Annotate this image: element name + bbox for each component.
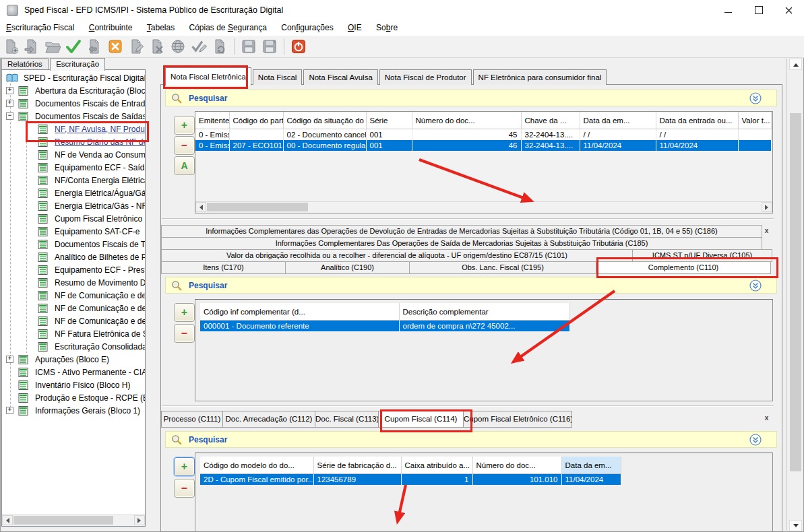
tab-cupom-fiscal-eletr-nico-c116[interactable]: Cupom Fiscal Eletrônico (C116) bbox=[463, 411, 572, 428]
tab-complemento-c110[interactable]: Complemento (C110) bbox=[596, 261, 771, 274]
column-header-descri-o-complementar[interactable]: Descrição complementar bbox=[399, 303, 569, 321]
tab-informa-es-complementares-das-opera-es-d[interactable]: Informações Complementares das Operações… bbox=[161, 225, 762, 238]
toolbar-edit-document-button[interactable] bbox=[127, 38, 145, 55]
toolbar-new-document-button[interactable] bbox=[2, 38, 20, 55]
tree-item-cupom-fiscal-eletr-nico-sa[interactable]: Cupom Fiscal Eletrônico - SA bbox=[2, 212, 145, 225]
sidebar-tab-relatorios[interactable]: Relatórios bbox=[1, 58, 49, 69]
column-header-data-da-em[interactable]: Data da em... bbox=[580, 112, 656, 129]
tree-item-nf-de-comunica-o-e-de-tel[interactable]: NF de Comunicação e de Tel bbox=[2, 302, 145, 314]
tree-item-energia-el-trica-g-s-nf-em[interactable]: Energia Elétrica/Gás - NF em bbox=[2, 199, 145, 212]
tab-itens-c170[interactable]: Itens (C170) bbox=[161, 261, 286, 274]
tree-item-equipamento-ecf-presta[interactable]: Equipamento ECF - Prestaçã bbox=[2, 263, 145, 276]
menu-item-sobre[interactable]: Sobre bbox=[370, 20, 404, 36]
tab-nota-fiscal-avulsa[interactable]: Nota Fiscal Avulsa bbox=[303, 69, 377, 85]
remove-row-button[interactable]: – bbox=[174, 324, 195, 343]
tree-item-documentos-fiscais-de-trans[interactable]: Documentos Fiscais de Trans bbox=[2, 238, 145, 251]
toolbar-delete-document-button[interactable] bbox=[148, 38, 166, 55]
tab-informa-es-complementares-das-opera-es-d[interactable]: Informações Complementares Das Operações… bbox=[161, 237, 762, 250]
tree-item-documentos-fiscais-de-sa-das-p[interactable]: −Documentos Fiscais de Saídas/P bbox=[2, 110, 145, 123]
scroll-left-button[interactable] bbox=[195, 202, 206, 212]
scrollbar-thumb[interactable] bbox=[790, 113, 801, 471]
tree-item-nf-de-comunica-o-e-de-tel[interactable]: NF de Comunicação e de Tel bbox=[2, 289, 145, 302]
panel-close-button[interactable]: x bbox=[762, 413, 772, 423]
menu-item-copias-de-seguranca[interactable]: Cópias de Segurança bbox=[183, 20, 273, 36]
table-row[interactable]: 0 - Emissão ...02 - Documento cancelado0… bbox=[195, 129, 771, 141]
tree-item-icms-ativo-permanente-ciap[interactable]: ICMS - Ativo Permanente - CIAP bbox=[2, 366, 145, 378]
tab-valor-da-obriga-o-recolhida-ou-a-recolhe[interactable]: Valor da obrigação recolhida ou a recolh… bbox=[161, 249, 633, 262]
tab-doc-arrecada-o-c112[interactable]: Doc. Arrecadação (C112) bbox=[222, 411, 315, 428]
maximize-button[interactable] bbox=[743, 0, 774, 20]
tab-anal-tico-c190[interactable]: Analítico (C190) bbox=[285, 261, 410, 274]
expand-icon[interactable]: + bbox=[6, 87, 13, 94]
tree-item-informa-es-gerais-bloco-1[interactable]: +Informações Gerais (Bloco 1) bbox=[2, 404, 145, 417]
toolbar-approve-edit-button[interactable] bbox=[190, 38, 208, 55]
column-header-c-digo-do-modelo-do-do[interactable]: Código do modelo do do... bbox=[200, 457, 313, 474]
toolbar-save-button[interactable] bbox=[240, 38, 257, 55]
scroll-left-button[interactable] bbox=[2, 515, 13, 525]
tree-item-escritura-o-consolidada-da[interactable]: Escrituração Consolidada da bbox=[2, 340, 145, 353]
toolbar-save-as-button[interactable] bbox=[261, 38, 278, 55]
chevron-double-down-icon[interactable] bbox=[749, 279, 762, 292]
toolbar-exit-power-button[interactable] bbox=[290, 38, 307, 55]
tree-item-nf-nf-avulsa-nf-produtor[interactable]: NF, NF Avulsa, NF Produtor, bbox=[2, 123, 145, 135]
column-header-c-digo-da-situa-o-do-doc[interactable]: Código da situação do doc... bbox=[283, 112, 366, 129]
tree-item-anal-tico-de-bilhetes-de-pass[interactable]: Analítico de Bilhetes de Pass bbox=[2, 251, 145, 263]
add-row-button[interactable]: + bbox=[174, 303, 195, 322]
expand-icon[interactable]: + bbox=[6, 100, 13, 107]
column-header-emitente[interactable]: Emitente bbox=[195, 112, 229, 129]
main-vertical-scrollbar[interactable] bbox=[789, 59, 802, 531]
menu-item-escrituracao-fiscal[interactable]: Escrituração Fiscal bbox=[0, 20, 80, 36]
tab-nota-fiscal-eletr-nica[interactable]: Nota Fiscal Eletrônica bbox=[165, 67, 251, 86]
toolbar-open-folder-button[interactable] bbox=[44, 38, 61, 55]
tab-nota-fiscal[interactable]: Nota Fiscal bbox=[253, 69, 303, 85]
tree-item-documentos-fiscais-de-entradas[interactable]: +Documentos Fiscais de Entradas bbox=[2, 97, 145, 110]
toolbar-globe-button[interactable] bbox=[169, 38, 187, 55]
tab-obs-lanc-fiscal-c195[interactable]: Obs. Lanc. Fiscal (C195) bbox=[409, 261, 596, 274]
table-row[interactable]: 000001 - Documento referenteordem de com… bbox=[200, 321, 569, 332]
tree-item-resumo-de-movimento-di-rio[interactable]: Resumo de Movimento Diário bbox=[2, 276, 145, 289]
chevron-double-down-icon[interactable] bbox=[749, 92, 762, 104]
tree-item-equipamento-ecf-sa-da-de[interactable]: Equipamento ECF - Saída de bbox=[2, 161, 145, 174]
tree-item-sped-escritura-o-fiscal-digital[interactable]: SPED - Escrituração Fiscal Digital bbox=[2, 71, 145, 84]
table-row[interactable]: 2D - Cupom Fiscal emitido por...12345678… bbox=[200, 474, 621, 486]
search-bar-complemento[interactable]: Pesquisar bbox=[165, 277, 777, 294]
minimize-button[interactable] bbox=[713, 0, 743, 20]
toolbar-cancel-x-button[interactable] bbox=[106, 38, 124, 55]
scroll-down-button[interactable] bbox=[789, 520, 802, 531]
tab-doc-fiscal-c113[interactable]: Doc. Fiscal (C113) bbox=[315, 411, 379, 428]
table-row[interactable]: 0 - Emissão ...207 - ECO101 CON...00 - D… bbox=[195, 140, 771, 151]
collapse-icon[interactable]: − bbox=[6, 112, 13, 120]
scroll-right-button[interactable] bbox=[762, 202, 772, 212]
tab-icms-st-p-uf-diversa-c105[interactable]: ICMS ST p/UF Diversa (C105) bbox=[632, 249, 772, 262]
add-row-button[interactable]: + bbox=[174, 457, 195, 476]
column-header-chave-da[interactable]: Chave da ... bbox=[521, 112, 580, 129]
sidebar-horizontal-scrollbar[interactable] bbox=[2, 514, 145, 526]
column-header-data-da-em[interactable]: Data da em... bbox=[561, 457, 621, 474]
tree-item-resumo-di-rio-das-nf-de-ve[interactable]: Resumo Diário das NF de Ve bbox=[2, 135, 145, 148]
expand-icon[interactable]: + bbox=[6, 407, 13, 414]
select-all-button[interactable]: A bbox=[174, 156, 195, 175]
tree-item-nf-de-venda-ao-consumidor[interactable]: NF de Venda ao Consumidor bbox=[2, 148, 145, 161]
add-row-button[interactable]: + bbox=[174, 116, 195, 135]
remove-row-button[interactable]: – bbox=[174, 479, 195, 498]
remove-row-button[interactable]: – bbox=[174, 136, 195, 155]
scroll-up-button[interactable] bbox=[789, 59, 802, 70]
tree-item-produ-o-e-estoque-rcpe-blo[interactable]: Produção e Estoque - RCPE (Blo bbox=[2, 391, 145, 404]
scrollbar-thumb[interactable] bbox=[207, 203, 308, 211]
tree-item-abertura-da-escritura-o-bloco[interactable]: +Abertura da Escrituração (Bloco bbox=[2, 84, 145, 97]
column-header-c-digo-do-parti[interactable]: Código do parti... bbox=[229, 112, 283, 129]
tab-processo-c111[interactable]: Processo (C111) bbox=[161, 411, 223, 428]
tree-item-invent-rio-f-sico-bloco-h[interactable]: Inventário Físico (Bloco H) bbox=[2, 378, 145, 391]
tab-cupom-fiscal-c114[interactable]: Cupom Fiscal (C114) bbox=[378, 411, 464, 428]
column-header-s-rie-de-fabrica-o-d[interactable]: Série de fabricação d... bbox=[313, 457, 401, 474]
menu-item-configuracoes[interactable]: Configurações bbox=[275, 20, 339, 36]
toolbar-import-document-button[interactable] bbox=[86, 38, 103, 55]
toolbar-validate-check-button[interactable] bbox=[65, 38, 82, 55]
column-header-c-digo-inf-complementar-d[interactable]: Código inf complementar (d... bbox=[200, 303, 399, 321]
scroll-right-button[interactable] bbox=[134, 515, 145, 525]
column-header-valor-t[interactable]: Valor t... bbox=[738, 112, 771, 129]
column-header-s-rie[interactable]: Série bbox=[366, 112, 412, 129]
tab-nota-fiscal-de-produtor[interactable]: Nota Fiscal de Produtor bbox=[379, 69, 472, 85]
tree-item-nf-fatura-eletr-nica-de-serv[interactable]: NF Fatura Eletrônica de Serv bbox=[2, 327, 145, 340]
search-bar-cupom-fiscal[interactable]: Pesquisar bbox=[165, 431, 777, 448]
